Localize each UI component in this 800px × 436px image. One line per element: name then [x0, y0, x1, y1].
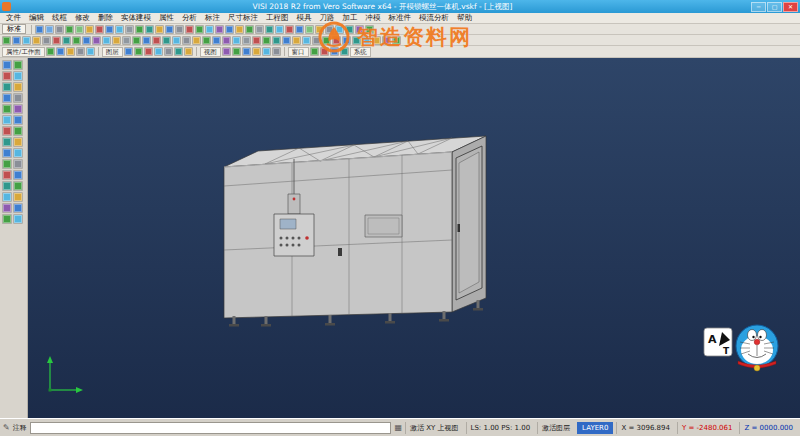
- toolbar-icon[interactable]: [2, 214, 12, 224]
- toolbar-icon[interactable]: [272, 36, 281, 45]
- toolbar-icon[interactable]: [215, 25, 224, 34]
- toolbar-icon[interactable]: [330, 47, 339, 56]
- toolbar-icon[interactable]: [242, 47, 251, 56]
- toolbar-icon[interactable]: [85, 25, 94, 34]
- toolbar-icon[interactable]: [255, 25, 264, 34]
- toolbar-icon[interactable]: [310, 47, 319, 56]
- toolbar-icon[interactable]: [2, 71, 12, 81]
- toolbar-icon[interactable]: [302, 36, 311, 45]
- toolbar-icon[interactable]: [2, 192, 12, 202]
- toolbar-icon[interactable]: [13, 170, 23, 180]
- toolbar-icon[interactable]: [342, 36, 351, 45]
- toolbar-icon[interactable]: [182, 36, 191, 45]
- toolbar-icon[interactable]: [13, 159, 23, 169]
- minimize-button[interactable]: ─: [751, 2, 766, 12]
- toolbar-icon[interactable]: [95, 25, 104, 34]
- toolbar-icon[interactable]: [2, 60, 12, 70]
- toolbar-icon[interactable]: [372, 36, 381, 45]
- toolbar-icon[interactable]: [2, 82, 12, 92]
- toolbar-icon[interactable]: [305, 25, 314, 34]
- toolbar-icon[interactable]: [135, 25, 144, 34]
- toolbar-group-view[interactable]: 视图: [200, 47, 221, 57]
- toolbar-icon[interactable]: [2, 148, 12, 158]
- toolbar-icon[interactable]: [205, 25, 214, 34]
- toolbar-icon[interactable]: [55, 25, 64, 34]
- toolbar-icon[interactable]: [184, 47, 193, 56]
- toolbar-icon[interactable]: [320, 47, 329, 56]
- toolbar-icon[interactable]: [13, 181, 23, 191]
- toolbar-icon[interactable]: [242, 36, 251, 45]
- toolbar-icon[interactable]: [13, 104, 23, 114]
- toolbar-icon[interactable]: [2, 36, 11, 45]
- menu-item[interactable]: 线框: [48, 13, 71, 23]
- 3d-viewport[interactable]: A T: [28, 58, 800, 418]
- toolbar-icon[interactable]: [75, 25, 84, 34]
- toolbar-icon[interactable]: [65, 25, 74, 34]
- toolbar-icon[interactable]: [145, 25, 154, 34]
- toolbar-icon[interactable]: [62, 36, 71, 45]
- toolbar-icon[interactable]: [92, 36, 101, 45]
- menu-item[interactable]: 删除: [94, 13, 117, 23]
- toolbar-icon[interactable]: [382, 36, 391, 45]
- toolbar-icon[interactable]: [175, 25, 184, 34]
- toolbar-icon[interactable]: [352, 36, 361, 45]
- toolbar-icon[interactable]: [165, 25, 174, 34]
- menu-item[interactable]: 分析: [178, 13, 201, 23]
- menu-item[interactable]: 模流分析: [415, 13, 453, 23]
- toolbar-icon[interactable]: [222, 36, 231, 45]
- toolbar-icon[interactable]: [112, 36, 121, 45]
- menu-item[interactable]: 帮助: [453, 13, 476, 23]
- toolbar-icon[interactable]: [340, 47, 349, 56]
- toolbar-group-system[interactable]: 系统: [350, 47, 371, 57]
- close-button[interactable]: ✕: [783, 2, 798, 12]
- toolbar-icon[interactable]: [2, 159, 12, 169]
- toolbar-icon[interactable]: [2, 93, 12, 103]
- toolbar-icon[interactable]: [172, 36, 181, 45]
- toolbar-icon[interactable]: [275, 25, 284, 34]
- toolbar-icon[interactable]: [282, 36, 291, 45]
- menu-item[interactable]: 工程图: [262, 13, 293, 23]
- toolbar-icon[interactable]: [134, 47, 143, 56]
- toolbar-icon[interactable]: [13, 214, 23, 224]
- toolbar-icon[interactable]: [82, 36, 91, 45]
- toolbar-icon[interactable]: [2, 181, 12, 191]
- toolbar-icon[interactable]: [262, 36, 271, 45]
- toolbar-icon[interactable]: [335, 25, 344, 34]
- toolbar-icon[interactable]: [332, 36, 341, 45]
- toolbar-icon[interactable]: [295, 25, 304, 34]
- toolbar-icon[interactable]: [102, 36, 111, 45]
- menu-item[interactable]: 标准件: [385, 13, 416, 23]
- toolbar-icon[interactable]: [185, 25, 194, 34]
- toolbar-icon[interactable]: [355, 25, 364, 34]
- toolbar-icon[interactable]: [132, 36, 141, 45]
- toolbar-icon[interactable]: [212, 36, 221, 45]
- toolbar-icon[interactable]: [252, 47, 261, 56]
- toolbar-icon[interactable]: [13, 126, 23, 136]
- toolbar-icon[interactable]: [285, 25, 294, 34]
- toolbar-icon[interactable]: [122, 36, 131, 45]
- menu-item[interactable]: 实体建模: [117, 13, 155, 23]
- toolbar-icon[interactable]: [192, 36, 201, 45]
- toolbar-icon[interactable]: [152, 36, 161, 45]
- toolbar-icon[interactable]: [45, 25, 54, 34]
- toolbar-icon[interactable]: [315, 25, 324, 34]
- menu-item[interactable]: 标注: [201, 13, 224, 23]
- toolbar-icon[interactable]: [125, 25, 134, 34]
- toolbar-icon[interactable]: [12, 36, 21, 45]
- layer-combo[interactable]: LAYER0: [577, 422, 613, 434]
- toolbar-icon[interactable]: [13, 192, 23, 202]
- toolbar-icon[interactable]: [245, 25, 254, 34]
- toolbar-icon[interactable]: [392, 36, 401, 45]
- toolbar-icon[interactable]: [13, 60, 23, 70]
- active-view-mode[interactable]: 激活 XY 上视图: [405, 422, 463, 434]
- toolbar-icon[interactable]: [56, 47, 65, 56]
- toolbar-icon[interactable]: [144, 47, 153, 56]
- toolbar-icon[interactable]: [322, 36, 331, 45]
- toolbar-icon[interactable]: [272, 47, 281, 56]
- menu-item[interactable]: 刀路: [316, 13, 339, 23]
- toolbar-icon[interactable]: [235, 25, 244, 34]
- menu-item[interactable]: 属性: [155, 13, 178, 23]
- toolbar-group-layer[interactable]: 图层: [102, 47, 123, 57]
- toolbar-icon[interactable]: [105, 25, 114, 34]
- toolbar-icon[interactable]: [232, 36, 241, 45]
